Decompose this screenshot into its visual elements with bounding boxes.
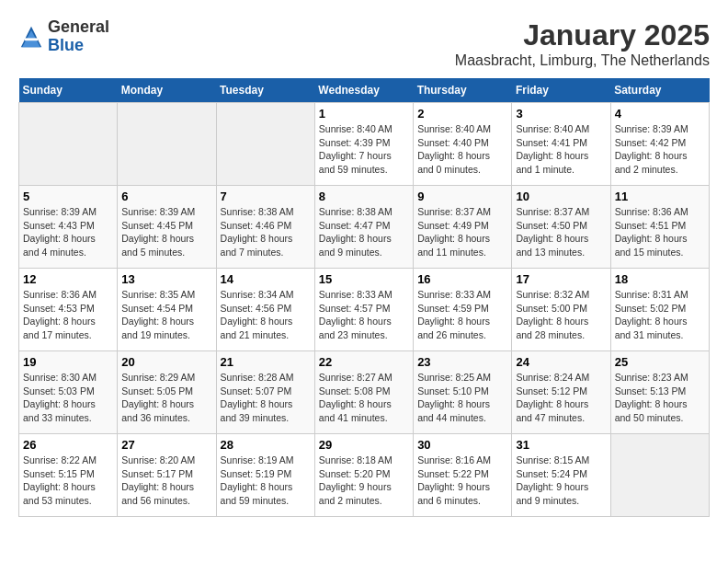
calendar-cell: 30Sunrise: 8:16 AM Sunset: 5:22 PM Dayli…	[414, 434, 512, 517]
weekday-header-sunday: Sunday	[19, 78, 118, 103]
day-info: Sunrise: 8:37 AM Sunset: 4:50 PM Dayligh…	[516, 205, 606, 259]
day-number: 25	[615, 355, 705, 369]
calendar-cell: 29Sunrise: 8:18 AM Sunset: 5:20 PM Dayli…	[314, 434, 413, 517]
logo-icon	[18, 24, 44, 50]
day-number: 26	[23, 438, 113, 452]
day-info: Sunrise: 8:38 AM Sunset: 4:47 PM Dayligh…	[319, 205, 409, 259]
day-number: 30	[417, 438, 507, 452]
day-number: 20	[121, 355, 211, 369]
weekday-header-saturday: Saturday	[610, 78, 709, 103]
calendar-cell	[19, 103, 118, 186]
day-info: Sunrise: 8:33 AM Sunset: 4:57 PM Dayligh…	[319, 288, 409, 342]
day-info: Sunrise: 8:31 AM Sunset: 5:02 PM Dayligh…	[615, 288, 705, 342]
day-number: 9	[417, 190, 507, 203]
calendar-cell: 11Sunrise: 8:36 AM Sunset: 4:51 PM Dayli…	[610, 186, 709, 269]
calendar-cell: 10Sunrise: 8:37 AM Sunset: 4:50 PM Dayli…	[512, 186, 610, 269]
day-info: Sunrise: 8:20 AM Sunset: 5:17 PM Dayligh…	[121, 454, 211, 508]
calendar-cell: 22Sunrise: 8:27 AM Sunset: 5:08 PM Dayli…	[314, 351, 413, 434]
day-info: Sunrise: 8:23 AM Sunset: 5:13 PM Dayligh…	[615, 371, 705, 425]
day-number: 13	[121, 272, 211, 286]
calendar-cell: 5Sunrise: 8:39 AM Sunset: 4:43 PM Daylig…	[19, 186, 118, 269]
calendar-week-row: 19Sunrise: 8:30 AM Sunset: 5:03 PM Dayli…	[19, 351, 710, 434]
calendar-cell: 28Sunrise: 8:19 AM Sunset: 5:19 PM Dayli…	[216, 434, 314, 517]
calendar-cell: 26Sunrise: 8:22 AM Sunset: 5:15 PM Dayli…	[19, 434, 118, 517]
calendar-cell: 14Sunrise: 8:34 AM Sunset: 4:56 PM Dayli…	[216, 269, 314, 351]
svg-rect-2	[25, 38, 38, 40]
day-number: 18	[615, 272, 705, 286]
day-info: Sunrise: 8:39 AM Sunset: 4:45 PM Dayligh…	[121, 205, 211, 259]
day-info: Sunrise: 8:39 AM Sunset: 4:42 PM Dayligh…	[615, 122, 705, 177]
logo: General Blue	[18, 18, 109, 55]
calendar-cell: 4Sunrise: 8:39 AM Sunset: 4:42 PM Daylig…	[610, 103, 709, 186]
day-number: 8	[319, 190, 409, 203]
calendar-cell: 18Sunrise: 8:31 AM Sunset: 5:02 PM Dayli…	[610, 269, 709, 351]
logo-general-text: General	[48, 18, 109, 37]
calendar-cell: 19Sunrise: 8:30 AM Sunset: 5:03 PM Dayli…	[19, 351, 118, 434]
day-info: Sunrise: 8:35 AM Sunset: 4:54 PM Dayligh…	[121, 288, 211, 342]
calendar-cell	[216, 103, 314, 186]
day-number: 24	[516, 355, 606, 369]
day-number: 19	[23, 355, 113, 369]
day-number: 4	[615, 107, 705, 121]
day-number: 22	[319, 355, 409, 369]
day-info: Sunrise: 8:32 AM Sunset: 5:00 PM Dayligh…	[516, 288, 606, 342]
calendar-cell: 1Sunrise: 8:40 AM Sunset: 4:39 PM Daylig…	[314, 103, 413, 186]
day-info: Sunrise: 8:38 AM Sunset: 4:46 PM Dayligh…	[221, 205, 311, 259]
page-header: General Blue January 2025 Maasbracht, Li…	[18, 18, 710, 69]
calendar-week-row: 12Sunrise: 8:36 AM Sunset: 4:53 PM Dayli…	[19, 269, 710, 351]
day-info: Sunrise: 8:39 AM Sunset: 4:43 PM Dayligh…	[23, 205, 113, 259]
day-number: 28	[221, 438, 311, 452]
location-title: Maasbracht, Limburg, The Netherlands	[455, 52, 710, 69]
calendar-cell	[610, 434, 709, 517]
calendar-cell: 21Sunrise: 8:28 AM Sunset: 5:07 PM Dayli…	[216, 351, 314, 434]
day-info: Sunrise: 8:16 AM Sunset: 5:22 PM Dayligh…	[417, 454, 507, 508]
calendar-cell: 27Sunrise: 8:20 AM Sunset: 5:17 PM Dayli…	[118, 434, 216, 517]
day-number: 15	[319, 272, 409, 286]
calendar-cell: 25Sunrise: 8:23 AM Sunset: 5:13 PM Dayli…	[610, 351, 709, 434]
calendar-cell: 9Sunrise: 8:37 AM Sunset: 4:49 PM Daylig…	[414, 186, 512, 269]
weekday-header-tuesday: Tuesday	[216, 78, 314, 103]
day-info: Sunrise: 8:28 AM Sunset: 5:07 PM Dayligh…	[221, 371, 311, 425]
day-info: Sunrise: 8:40 AM Sunset: 4:39 PM Dayligh…	[319, 122, 409, 177]
weekday-header-thursday: Thursday	[414, 78, 512, 103]
weekday-header-wednesday: Wednesday	[314, 78, 413, 103]
calendar-cell: 7Sunrise: 8:38 AM Sunset: 4:46 PM Daylig…	[216, 186, 314, 269]
month-title: January 2025	[455, 18, 710, 52]
day-number: 14	[221, 272, 311, 286]
day-info: Sunrise: 8:36 AM Sunset: 4:53 PM Dayligh…	[23, 288, 113, 342]
day-number: 10	[516, 190, 606, 203]
day-info: Sunrise: 8:24 AM Sunset: 5:12 PM Dayligh…	[516, 371, 606, 425]
day-info: Sunrise: 8:15 AM Sunset: 5:24 PM Dayligh…	[516, 454, 606, 508]
day-info: Sunrise: 8:37 AM Sunset: 4:49 PM Dayligh…	[417, 205, 507, 259]
weekday-header-row: SundayMondayTuesdayWednesdayThursdayFrid…	[19, 78, 710, 103]
calendar-cell: 17Sunrise: 8:32 AM Sunset: 5:00 PM Dayli…	[512, 269, 610, 351]
day-number: 6	[121, 190, 211, 203]
day-info: Sunrise: 8:33 AM Sunset: 4:59 PM Dayligh…	[417, 288, 507, 342]
day-info: Sunrise: 8:19 AM Sunset: 5:19 PM Dayligh…	[221, 454, 311, 508]
calendar-cell: 8Sunrise: 8:38 AM Sunset: 4:47 PM Daylig…	[314, 186, 413, 269]
calendar-cell: 15Sunrise: 8:33 AM Sunset: 4:57 PM Dayli…	[314, 269, 413, 351]
calendar-cell: 16Sunrise: 8:33 AM Sunset: 4:59 PM Dayli…	[414, 269, 512, 351]
day-info: Sunrise: 8:34 AM Sunset: 4:56 PM Dayligh…	[221, 288, 311, 342]
day-number: 2	[417, 107, 507, 121]
day-info: Sunrise: 8:36 AM Sunset: 4:51 PM Dayligh…	[615, 205, 705, 259]
day-number: 1	[319, 107, 409, 121]
calendar-cell: 2Sunrise: 8:40 AM Sunset: 4:40 PM Daylig…	[414, 103, 512, 186]
weekday-header-monday: Monday	[118, 78, 216, 103]
day-info: Sunrise: 8:30 AM Sunset: 5:03 PM Dayligh…	[23, 371, 113, 425]
day-number: 31	[516, 438, 606, 452]
calendar-week-row: 1Sunrise: 8:40 AM Sunset: 4:39 PM Daylig…	[19, 103, 710, 186]
logo-blue-text: Blue	[48, 37, 109, 55]
day-info: Sunrise: 8:18 AM Sunset: 5:20 PM Dayligh…	[319, 454, 409, 508]
calendar-cell: 23Sunrise: 8:25 AM Sunset: 5:10 PM Dayli…	[414, 351, 512, 434]
day-number: 3	[516, 107, 606, 121]
day-number: 11	[615, 190, 705, 203]
day-number: 7	[221, 190, 311, 203]
day-number: 12	[23, 272, 113, 286]
weekday-header-friday: Friday	[512, 78, 610, 103]
day-info: Sunrise: 8:40 AM Sunset: 4:41 PM Dayligh…	[516, 122, 606, 177]
day-info: Sunrise: 8:29 AM Sunset: 5:05 PM Dayligh…	[121, 371, 211, 425]
calendar-cell: 3Sunrise: 8:40 AM Sunset: 4:41 PM Daylig…	[512, 103, 610, 186]
day-number: 5	[23, 190, 113, 203]
calendar-week-row: 26Sunrise: 8:22 AM Sunset: 5:15 PM Dayli…	[19, 434, 710, 517]
